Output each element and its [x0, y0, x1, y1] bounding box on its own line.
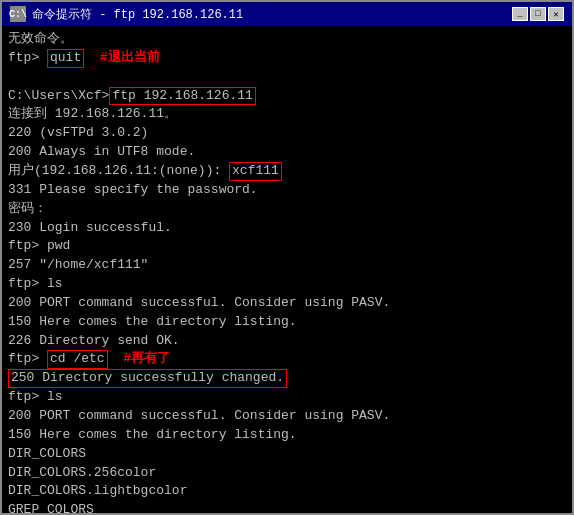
line-150-1: 150 Here comes the directory listing. — [8, 313, 566, 332]
line-user: 用户(192.168.126.11:(none)): xcf111 — [8, 162, 566, 181]
250-box: 250 Directory successfully changed. — [8, 369, 287, 388]
line-ls-cmd: ftp> ls — [8, 275, 566, 294]
title-text: 命令提示符 - ftp 192.168.126.11 — [32, 6, 506, 23]
line-257: 257 "/home/xcf111" — [8, 256, 566, 275]
close-button[interactable]: ✕ — [548, 7, 564, 21]
window-icon: C:\ — [10, 6, 26, 22]
cd-etc-box: cd /etc — [47, 350, 108, 369]
line-password: 密码： — [8, 200, 566, 219]
line-cd-etc: ftp> cd /etc #再有了 — [8, 350, 566, 369]
line-pwd-cmd: ftp> pwd — [8, 237, 566, 256]
title-bar: C:\ 命令提示符 - ftp 192.168.126.11 _ □ ✕ — [2, 2, 572, 26]
quit-cmd-box: quit — [47, 49, 84, 68]
line-ftp-connect: C:\Users\Xcf> ftp 192.168.126.11 — [8, 87, 566, 106]
maximize-button[interactable]: □ — [530, 7, 546, 21]
terminal-window: C:\ 命令提示符 - ftp 192.168.126.11 _ □ ✕ 无效命… — [0, 0, 574, 515]
line-no-cmd: 无效命令。 — [8, 30, 566, 49]
line-150-2: 150 Here comes the directory listing. — [8, 426, 566, 445]
line-220: 220 (vsFTPd 3.0.2) — [8, 124, 566, 143]
line-200-utf8: 200 Always in UTF8 mode. — [8, 143, 566, 162]
line-grep-colors: GREP_COLORS — [8, 501, 566, 513]
line-dir-colors: DIR_COLORS — [8, 445, 566, 464]
ftp-connect-box: ftp 192.168.126.11 — [109, 87, 255, 106]
username-box: xcf111 — [229, 162, 282, 181]
comment-quit: #退出当前 — [100, 49, 160, 68]
line-quit: ftp> quit #退出当前 — [8, 49, 566, 68]
terminal-body: 无效命令。 ftp> quit #退出当前 C:\Users\Xcf> ftp … — [2, 26, 572, 513]
line-connected: 连接到 192.168.126.11。 — [8, 105, 566, 124]
cd-prompt: ftp> — [8, 350, 47, 369]
line-200-port1: 200 PORT command successful. Consider us… — [8, 294, 566, 313]
line-331: 331 Please specify the password. — [8, 181, 566, 200]
line-blank — [8, 68, 566, 87]
line-230: 230 Login successful. — [8, 219, 566, 238]
line-dir-colors-256: DIR_COLORS.256color — [8, 464, 566, 483]
line-dir-colors-light: DIR_COLORS.lightbgcolor — [8, 482, 566, 501]
line-250: 250 Directory successfully changed. — [8, 369, 566, 388]
window-controls[interactable]: _ □ ✕ — [512, 7, 564, 21]
line-ls-cmd2: ftp> ls — [8, 388, 566, 407]
line-200-port2: 200 PORT command successful. Consider us… — [8, 407, 566, 426]
prompt-ftp: ftp> — [8, 49, 47, 68]
comment-no-more: #再有了 — [123, 350, 170, 369]
line-226: 226 Directory send OK. — [8, 332, 566, 351]
minimize-button[interactable]: _ — [512, 7, 528, 21]
